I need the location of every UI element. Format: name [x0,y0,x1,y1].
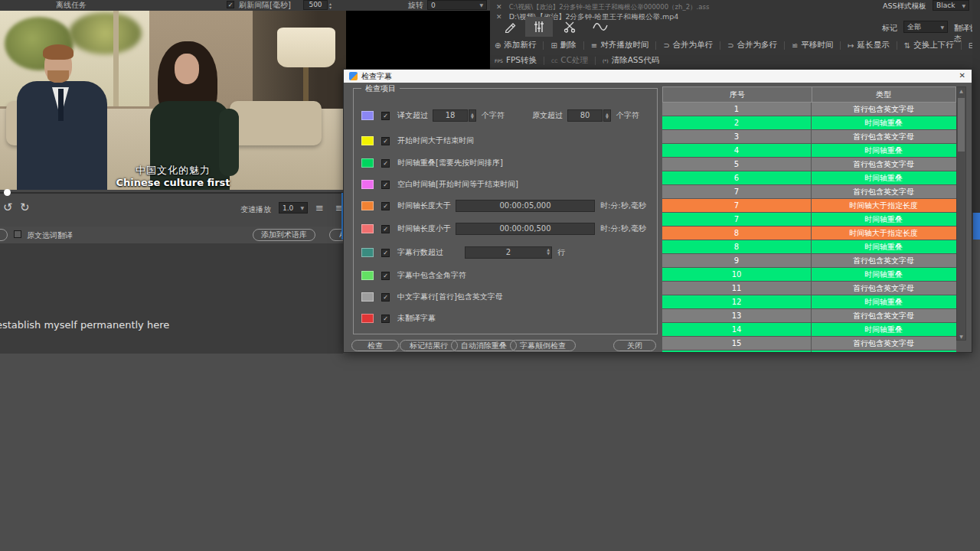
toolbar-button-swap-lines[interactable]: ⇅交换上下行 [904,40,954,51]
table-row[interactable]: 12时间轴重叠 [662,295,956,309]
subtitle-en: Chinese culture first [0,177,346,188]
toolbar-button-extend-display[interactable]: ↦延长显示 [848,40,889,51]
table-row[interactable]: 10时间轴重叠 [662,268,956,282]
table-row[interactable]: 14时间轴重叠 [662,323,956,337]
toolbar-button-merge-single-line[interactable]: ⊃合并为单行 [663,40,713,51]
check-item-checkbox[interactable]: ✓ [381,137,390,145]
seek-track[interactable] [0,192,343,194]
color-swatch[interactable] [361,136,374,145]
table-row[interactable]: 13首行包含英文字母 [662,309,956,323]
check-item-checkbox[interactable]: ✓ [381,202,390,210]
check-value-input[interactable]: 18 [433,109,468,122]
table-row[interactable]: 7首行包含英文字母 [662,185,956,199]
original-subtitle-text[interactable]: establish myself permanently here [0,319,169,331]
table-row[interactable]: 8时间轴大于指定长度 [662,227,956,240]
dialog-titlebar[interactable]: 检查字幕 ✕ [344,70,972,83]
mark-filter-select[interactable]: 全部▼ [903,21,948,33]
check-item-checkbox[interactable]: ✓ [381,225,390,233]
ass-template-select[interactable]: Black▼ [933,0,969,11]
sliders-icon [533,21,545,33]
clipped-pill-button[interactable] [0,229,8,241]
check-item-row: ✓空白时间轴[开始时间等于结束时间] [361,178,518,191]
check-value-input[interactable]: 00:00:05,000 [456,200,595,212]
refresh-spinner[interactable]: ▴▾ [329,2,332,9]
color-swatch[interactable] [361,201,374,210]
offline-task-label[interactable]: 离线任务 [56,0,87,11]
docked-panel-tab[interactable] [973,213,980,240]
color-swatch[interactable] [361,111,374,120]
subtitle-reverse-check-button[interactable]: 字幕颠倒检查 [510,340,576,351]
table-row[interactable]: 11首行包含英文字母 [662,282,956,295]
spinner-control[interactable]: ▲▼ [547,248,550,256]
toolbar-button-merge-multi-line[interactable]: ⊃合并为多行 [727,40,777,51]
check-value-input[interactable]: 80 [567,109,603,122]
refresh-interval-checkbox[interactable]: ✓ [227,1,234,8]
table-row[interactable]: 5首行包含英文字母 [662,158,956,171]
color-swatch[interactable] [361,158,374,168]
table-row[interactable]: 3首行包含英文字母 [662,130,956,144]
refresh-interval-input[interactable]: 500 [303,0,328,10]
table-row[interactable] [662,350,956,353]
check-button[interactable]: 检查 [351,340,399,351]
seek-handle[interactable] [4,189,11,196]
seek-bar[interactable] [0,190,343,196]
toolbar-button-fps-convert[interactable]: FPSFPS转换 [495,55,537,66]
toolbar-button-add-row[interactable]: ⊕添加新行 [495,40,536,51]
spinner-control[interactable]: ▲▼ [469,109,476,122]
tab-timeline[interactable] [525,17,553,37]
color-swatch[interactable] [361,224,374,233]
table-scrollbar[interactable]: ▲ ▼ [956,86,966,341]
table-row[interactable]: 1首行包含英文字母 [662,103,956,116]
speed-select[interactable]: 1.0▼ [279,202,308,214]
check-item-checkbox[interactable]: ✓ [381,315,390,323]
auto-remove-overlap-button[interactable]: 自动消除重叠 [451,340,517,351]
scroll-up-icon[interactable]: ▲ [957,88,965,93]
rotate-ccw-icon[interactable]: ↺ [3,201,13,214]
toolbar-button-shift-time[interactable]: ≌平移时间 [792,40,833,51]
table-row[interactable]: 8时间轴重叠 [662,240,956,254]
table-row[interactable]: 7时间轴重叠 [662,213,956,227]
cell-no: 1 [662,103,812,116]
color-swatch[interactable] [361,314,374,323]
rotate-select[interactable]: 0▼ [427,0,487,10]
table-row[interactable]: 2时间轴重叠 [662,116,956,130]
check-value-input[interactable]: 2 [465,246,552,259]
scrollbar-thumb[interactable] [958,98,965,152]
check-item-checkbox[interactable]: ✓ [381,181,390,189]
toolbar-button-align-play-time[interactable]: ≡对齐播放时间 [591,40,648,51]
close-button[interactable]: 关闭 [613,340,656,351]
toolbar-button-delete[interactable]: ⊞删除 [550,40,576,51]
table-row[interactable]: 6时间轴重叠 [662,171,956,185]
col-header-no[interactable]: 序号 [663,87,812,102]
word-translate-checkbox[interactable] [14,230,21,238]
color-swatch[interactable] [361,271,374,280]
dialog-title: 检查字幕 [361,71,392,82]
check-item-checkbox[interactable]: ✓ [381,249,390,257]
table-row[interactable]: 7时间轴大于指定长度 [662,199,956,213]
color-swatch[interactable] [361,248,374,257]
tab-wave[interactable] [586,17,614,37]
check-item-checkbox[interactable]: ✓ [381,293,390,302]
chevron-down-icon: ▼ [479,2,483,8]
rotate-cw-icon[interactable]: ↻ [20,201,30,214]
col-header-type[interactable]: 类型 [812,87,955,102]
table-row[interactable]: 15首行包含英文字母 [662,337,956,350]
toolbar-button-cc-process[interactable]: CCCC处理 [551,55,588,66]
tab-split[interactable] [556,17,583,37]
mark-result-rows-button[interactable]: 标记结果行 [400,340,458,351]
close-icon[interactable]: ✕ [959,71,965,80]
check-item-checkbox[interactable]: ✓ [381,272,390,280]
check-item-checkbox[interactable]: ✓ [381,159,390,168]
spinner-control[interactable]: ▲▼ [603,109,611,122]
toolbar-button-clear-ass-code[interactable]: (*)清除ASS代码 [603,55,659,66]
table-row[interactable]: 9首行包含英文字母 [662,254,956,268]
color-swatch[interactable] [361,292,374,302]
scroll-down-icon[interactable]: ▼ [957,334,965,339]
table-row[interactable]: 4时间轴重叠 [662,144,956,158]
add-term-button[interactable]: 添加到术语库 [253,229,315,241]
check-item-checkbox[interactable]: ✓ [381,112,390,120]
tab-edit[interactable] [496,17,524,37]
check-value-input[interactable]: 00:00:00,500 [456,223,595,235]
filter-sliders-icon[interactable]: ≡ [315,202,324,214]
color-swatch[interactable] [361,180,374,189]
